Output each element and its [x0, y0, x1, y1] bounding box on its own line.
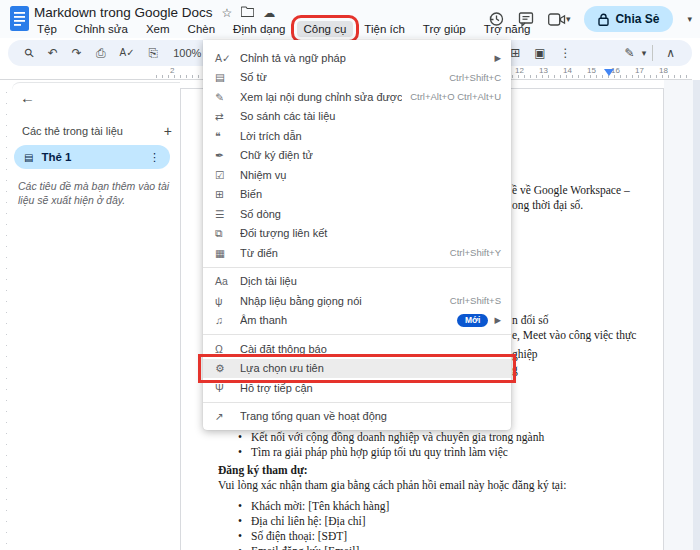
star-icon[interactable]: ☆	[222, 7, 233, 19]
share-button[interactable]: Chia Sẻ	[584, 6, 673, 32]
version-history-icon[interactable]	[488, 11, 504, 27]
menubar-item-tro-giup[interactable]: Trợ giúp	[416, 21, 473, 37]
menu-item-esignature[interactable]: ✒Chữ ký điện tử	[203, 146, 511, 166]
spellcheck-icon[interactable]: A✓	[120, 48, 135, 58]
citations-icon: ❝	[215, 130, 240, 142]
zoom-select[interactable]: 100%	[173, 47, 201, 59]
menu-item-compare-documents[interactable]: ⇄So sánh các tài liệu	[203, 107, 511, 127]
document-line: Số điện thoại: [SĐT]	[218, 529, 648, 544]
menubar-item-dinh-dang[interactable]: Định dạng	[226, 21, 292, 37]
menu-item-activity-dashboard[interactable]: ↗Trang tổng quan về hoạt động	[203, 407, 511, 427]
menu-item-spelling-grammar[interactable]: A✓Chỉnh tả và ngữ pháp▶	[203, 48, 511, 68]
ruler-mark: 2	[170, 66, 174, 75]
menu-item-notification-settings[interactable]: ΩCài đặt thông báo	[203, 339, 511, 359]
menu-item-label: So sánh các tài liệu	[240, 110, 501, 122]
redo-icon[interactable]: ↷	[72, 47, 82, 59]
line-numbers-icon: ☰	[215, 208, 240, 220]
linked-objects-icon: ⧉	[215, 227, 240, 240]
move-folder-icon[interactable]	[241, 6, 254, 19]
scrollbar[interactable]	[693, 80, 700, 550]
menu-item-shortcut: Ctrl+Alt+O Ctrl+Alt+U	[410, 91, 501, 102]
print-icon[interactable]: ⎙	[96, 47, 106, 59]
word-count-icon: ▤	[215, 71, 240, 83]
menu-item-shortcut: Ctrl+Shift+C	[449, 72, 501, 83]
search-menus-icon[interactable]: ⚲	[22, 46, 37, 61]
sidebar-tab-1[interactable]: ▤ Thẻ 1 ⋮	[14, 145, 170, 169]
join-call-caret-icon[interactable]: ▾	[566, 14, 571, 24]
document-line: Kết nối với cộng đồng doanh nghiệp và ch…	[218, 430, 648, 445]
menubar-item-xem[interactable]: Xem	[139, 21, 177, 37]
lock-icon	[598, 13, 609, 26]
new-badge: Mới	[457, 314, 489, 327]
ruler-mark: 15	[587, 66, 596, 75]
menu-item-voice-typing[interactable]: ψNhập liệu bằng giọng nóiCtrl+Shift+S	[203, 291, 511, 311]
document-line-fragment: n đổi số	[512, 314, 548, 326]
tabs-hint-text: Các tiêu đề mà bạn thêm vào tài liệu sẽ …	[18, 179, 172, 207]
insert-image-icon[interactable]: ▣	[534, 47, 545, 59]
share-button-label: Chia Sẻ	[615, 12, 659, 26]
menu-item-label: Hỗ trợ tiếp cận	[240, 382, 501, 394]
spelling-grammar-icon: A✓	[215, 52, 240, 64]
document-line-fragment: e, Meet vào công việc thực	[512, 329, 636, 341]
tab-options-kebab-icon[interactable]: ⋮	[149, 151, 160, 164]
document-text: Kết nối với cộng đồng doanh nghiệp và ch…	[218, 430, 648, 550]
more-options-icon[interactable]: ⋮	[560, 47, 572, 59]
menubar-item-chen[interactable]: Chèn	[181, 21, 223, 37]
ruler-mark: 17	[635, 66, 644, 75]
ruler-ticks	[512, 75, 688, 78]
menu-item-linked-objects[interactable]: ⧉Đối tượng liên kết	[203, 224, 511, 244]
google-docs-logo-icon[interactable]	[10, 6, 29, 35]
undo-icon[interactable]: ↶	[48, 47, 58, 59]
editing-mode-pen-icon[interactable]: ✎	[625, 47, 635, 59]
menu-item-label: Xem lại nội dung chỉnh sửa được đề xuất	[240, 91, 402, 103]
document-line-fragment: ề về Google Workspace –	[512, 184, 630, 196]
document-title[interactable]: Markdown trong Google Docs	[34, 5, 213, 20]
menu-item-label: Nhiệm vụ	[240, 169, 501, 181]
share-caret-icon[interactable]: ▾	[687, 14, 692, 24]
menu-item-label: Cài đặt thông báo	[240, 343, 501, 355]
menubar-item-cong-cu[interactable]: Công cụ	[297, 21, 354, 37]
comment-history-icon[interactable]	[518, 11, 534, 27]
back-arrow-icon[interactable]: ←	[20, 89, 35, 106]
menu-item-label: Chữ ký điện tử	[240, 149, 501, 161]
paint-format-icon[interactable]: ⎘	[149, 47, 159, 59]
menu-item-preferences[interactable]: ⚙Lựa chọn ưu tiên	[203, 359, 511, 379]
menu-divider	[203, 267, 511, 268]
margin-marker-icon[interactable]	[604, 69, 614, 76]
esignature-icon: ✒	[215, 149, 240, 161]
menu-item-dictionary[interactable]: ▦Từ điểnCtrl+Shift+Y	[203, 243, 511, 263]
menu-item-citations[interactable]: ❝Lời trích dẫn	[203, 126, 511, 146]
ruler-mark: 13	[539, 66, 548, 75]
tab-document-icon: ▤	[24, 152, 33, 163]
menu-item-variables[interactable]: ⊞Biến	[203, 185, 511, 205]
hide-menus-icon[interactable]: ∧	[666, 47, 675, 59]
menubar-item-tep[interactable]: Tệp	[30, 21, 64, 37]
menu-item-word-count[interactable]: ▤Số từCtrl+Shift+C	[203, 68, 511, 88]
compare-documents-icon: ⇄	[215, 110, 240, 122]
dictionary-icon: ▦	[215, 247, 240, 259]
add-comment-icon[interactable]: ⊞	[510, 47, 520, 59]
accessibility-icon: Ψ	[215, 382, 240, 394]
add-tab-icon[interactable]: +	[164, 123, 172, 139]
document-line: Vui lòng xác nhận tham gia bằng cách phả…	[218, 478, 648, 493]
editing-mode-caret-icon[interactable]: ▾	[642, 48, 647, 58]
join-call-icon[interactable]: ▾	[548, 13, 571, 26]
menu-item-tasks[interactable]: ☑Nhiệm vụ	[203, 165, 511, 185]
menu-item-line-numbers[interactable]: ☰Số dòng	[203, 204, 511, 224]
cloud-status-icon[interactable]: ☁	[263, 7, 275, 19]
preferences-icon: ⚙	[215, 362, 240, 374]
ruler-mark: 12	[515, 66, 524, 75]
menu-item-audio[interactable]: ♫Âm thanhMới▶	[203, 311, 511, 331]
menubar-item-tien-ich[interactable]: Tiện ích	[357, 21, 411, 37]
menu-item-label: Trang tổng quan về hoạt động	[240, 410, 501, 422]
menubar-item-chinh-sua[interactable]: Chỉnh sửa	[68, 21, 135, 37]
document-line-fragment: ong thời đại số.	[512, 199, 583, 211]
menu-divider	[203, 334, 511, 335]
menu-item-review-suggested-edits[interactable]: ✎Xem lại nội dung chỉnh sửa được đề xuất…	[203, 87, 511, 107]
submenu-arrow-icon: ▶	[494, 53, 501, 63]
menu-item-translate-document[interactable]: AaDịch tài liệu	[203, 272, 511, 292]
menu-item-accessibility[interactable]: ΨHỗ trợ tiếp cận	[203, 378, 511, 398]
ruler-ticks	[156, 75, 202, 78]
menu-item-label: Âm thanh	[240, 314, 449, 326]
document-line: Địa chỉ liên hệ: [Địa chỉ]	[218, 514, 648, 529]
